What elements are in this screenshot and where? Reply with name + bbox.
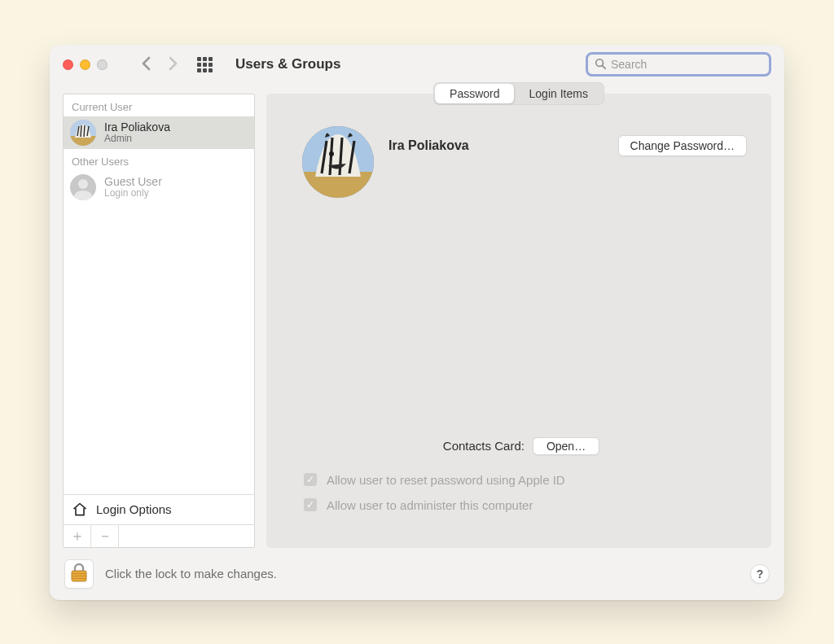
contacts-card-label: Contacts Card: <box>443 439 525 453</box>
change-password-button[interactable]: Change Password… <box>618 135 747 156</box>
options-block: Contacts Card: Open… ✓ Allow user to res… <box>266 437 771 548</box>
user-role: Login only <box>104 188 162 199</box>
back-button[interactable] <box>142 56 151 73</box>
main-panel: Password Login Items Ira Poliakova <box>266 94 771 548</box>
other-users-section-label: Other Users <box>64 149 254 171</box>
profile-header: Ira Poliakova Change Password… <box>266 94 771 198</box>
tabs: Password Login Items <box>433 82 604 105</box>
pane-title: Users & Groups <box>235 56 574 72</box>
help-button[interactable]: ? <box>750 564 770 584</box>
users-sidebar: Current User Ira Poliakova Admin <box>63 94 255 548</box>
lock-icon <box>70 563 88 585</box>
titlebar: Users & Groups <box>50 45 784 85</box>
prefs-window: Users & Groups Current User <box>50 45 784 600</box>
close-window-button[interactable] <box>63 59 73 70</box>
profile-avatar[interactable] <box>302 126 374 198</box>
search-field[interactable] <box>586 52 771 77</box>
contacts-card-row: Contacts Card: Open… <box>304 437 739 455</box>
login-options-label: Login Options <box>96 502 172 516</box>
open-contacts-button[interactable]: Open… <box>533 437 599 455</box>
add-user-button[interactable]: ＋ <box>64 525 91 547</box>
home-icon <box>72 502 88 518</box>
allow-admin-checkbox[interactable]: ✓ <box>304 498 317 511</box>
allow-reset-checkbox[interactable]: ✓ <box>304 473 317 486</box>
guest-avatar-icon <box>70 174 96 200</box>
allow-reset-label: Allow user to reset password using Apple… <box>327 473 565 487</box>
allow-admin-label: Allow user to administer this computer <box>327 498 533 512</box>
show-all-icon[interactable] <box>197 57 213 72</box>
svg-rect-11 <box>72 578 86 579</box>
traffic-lights <box>63 59 108 70</box>
spacer <box>119 525 254 547</box>
add-remove-bar: ＋ － <box>64 524 254 547</box>
forward-button[interactable] <box>168 56 178 73</box>
user-role: Admin <box>104 134 170 145</box>
search-icon <box>595 58 606 72</box>
footer: Click the lock to make changes. ? <box>50 548 784 600</box>
allow-reset-row: ✓ Allow user to reset password using App… <box>304 473 739 487</box>
lock-hint-text: Click the lock to make changes. <box>105 567 739 580</box>
minimize-window-button[interactable] <box>80 59 90 70</box>
profile-name: Ira Poliakova <box>388 138 604 186</box>
lock-button[interactable] <box>64 559 94 589</box>
user-name: Ira Poliakova <box>104 120 170 134</box>
search-input[interactable] <box>611 58 762 71</box>
allow-admin-row: ✓ Allow user to administer this computer <box>304 498 739 512</box>
tab-login-items[interactable]: Login Items <box>515 84 603 103</box>
sidebar-item-guest-user[interactable]: Guest User Login only <box>64 171 254 204</box>
svg-rect-9 <box>72 573 86 574</box>
remove-user-button[interactable]: － <box>91 525 119 547</box>
svg-line-1 <box>603 65 606 68</box>
tab-password[interactable]: Password <box>435 84 514 103</box>
avatar <box>70 120 96 146</box>
users-list: Current User Ira Poliakova Admin <box>64 94 254 494</box>
login-options-button[interactable]: Login Options <box>64 494 254 524</box>
nav-arrows <box>142 56 178 73</box>
user-text: Guest User Login only <box>104 175 162 199</box>
svg-point-4 <box>78 179 88 189</box>
body: Current User Ira Poliakova Admin <box>50 85 784 548</box>
zoom-window-button[interactable] <box>97 59 108 70</box>
sidebar-item-current-user[interactable]: Ira Poliakova Admin <box>64 116 254 149</box>
svg-rect-10 <box>72 576 86 576</box>
user-text: Ira Poliakova Admin <box>104 120 170 145</box>
svg-point-7 <box>329 151 334 156</box>
current-user-section-label: Current User <box>64 94 254 116</box>
user-name: Guest User <box>104 175 162 188</box>
